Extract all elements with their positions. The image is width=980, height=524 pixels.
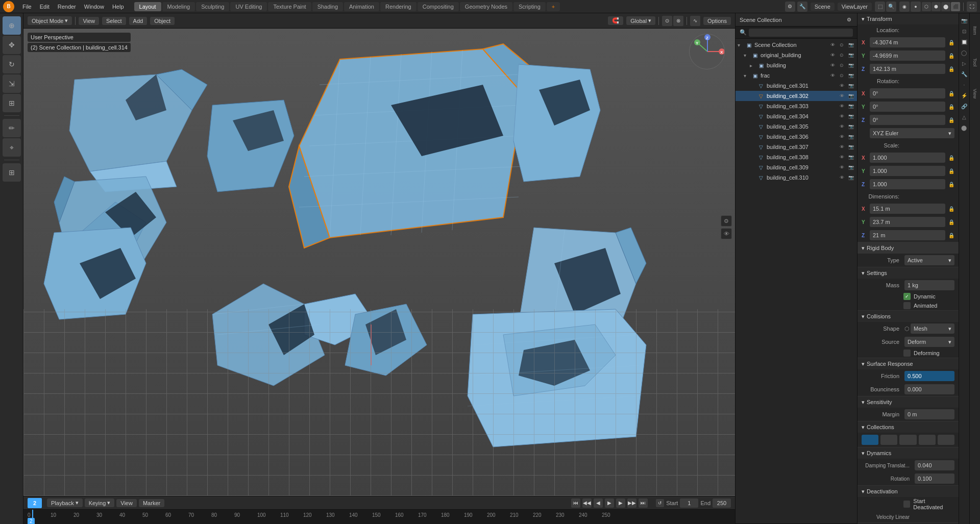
prop-icon-world[interactable]: ◯: [959, 47, 969, 58]
rot-x-lock[interactable]: 🔒: [948, 91, 954, 96]
outliner-cell-306[interactable]: ▽ building_cell.306 👁 📷: [736, 132, 857, 142]
dim-z-value[interactable]: 21 m: [870, 230, 945, 240]
tool-rotate[interactable]: ↻: [3, 55, 21, 73]
options-btn[interactable]: Options: [703, 17, 731, 25]
surface-response-header[interactable]: ▾ Surface Response: [857, 358, 959, 369]
rot-z-value[interactable]: 0°: [870, 115, 945, 125]
tab-compositing[interactable]: Compositing: [418, 2, 459, 11]
deforming-checkbox[interactable]: [903, 350, 911, 357]
scale-x-value[interactable]: 1.000: [870, 153, 945, 163]
vp-tools-btn[interactable]: ⚙: [721, 215, 732, 227]
timeline-marker-menu[interactable]: Marker: [139, 499, 164, 507]
prop-icon-scene2[interactable]: 🔲: [959, 37, 969, 47]
rot-x-value[interactable]: 0°: [870, 88, 945, 98]
collisions-header[interactable]: ▾ Collisions: [857, 311, 959, 322]
prop-icon-object[interactable]: ▷: [959, 58, 969, 68]
snap-icon-2[interactable]: ⊗: [673, 16, 683, 26]
building-vis-render[interactable]: 📷: [847, 61, 855, 69]
frac-vis-hide[interactable]: ⊙: [838, 71, 846, 80]
outliner-filter-btn[interactable]: ⚙: [845, 16, 853, 24]
collections-header[interactable]: ▾ Collections: [857, 421, 959, 433]
source-dropdown[interactable]: Deform ▾: [904, 337, 954, 347]
rot-z-lock[interactable]: 🔒: [948, 117, 954, 123]
settings-header[interactable]: ▾ Settings: [857, 267, 959, 279]
cell-309-cam[interactable]: 📷: [847, 163, 855, 171]
topbar-icon-1[interactable]: ⚙: [785, 2, 795, 12]
tab-modeling[interactable]: Modeling: [162, 2, 195, 11]
cell-310-eye[interactable]: 👁: [838, 173, 846, 182]
menu-file[interactable]: File: [18, 2, 36, 11]
topbar-overlay-btn[interactable]: ◉: [899, 2, 910, 12]
cell-304-cam[interactable]: 📷: [847, 112, 855, 120]
side-item-label[interactable]: Item: [970, 15, 979, 46]
tool-move[interactable]: ✥: [3, 36, 21, 54]
next-key-btn[interactable]: ▶▶: [627, 498, 636, 508]
cell-308-cam[interactable]: 📷: [847, 153, 855, 161]
rigid-body-header[interactable]: ▾ Rigid Body: [857, 242, 959, 254]
cell-306-cam[interactable]: 📷: [847, 133, 855, 141]
shade-material[interactable]: ⬤: [941, 2, 950, 11]
nav-widget[interactable]: X Y Z: [689, 34, 725, 69]
cell-310-cam[interactable]: 📷: [847, 173, 855, 182]
viewport-mode-btn[interactable]: Object Mode ▾: [28, 16, 72, 25]
dim-z-lock[interactable]: 🔒: [948, 233, 954, 238]
shade-solid[interactable]: ⬢: [932, 2, 941, 11]
collection-btn-5[interactable]: [938, 435, 954, 445]
animated-checkbox[interactable]: [903, 302, 911, 309]
topbar-shade-btn[interactable]: ●: [911, 2, 921, 12]
dynamic-checkbox[interactable]: ✓: [903, 293, 911, 300]
fullscreen-btn[interactable]: ⛶: [967, 2, 977, 12]
snap-icon-1[interactable]: ⊙: [662, 16, 672, 26]
tab-add[interactable]: +: [547, 2, 560, 11]
cell-306-eye[interactable]: 👁: [838, 133, 846, 141]
scale-x-lock[interactable]: 🔒: [948, 155, 954, 161]
transform-header[interactable]: ▾ Transform: [857, 13, 959, 24]
prev-key-btn[interactable]: ◀◀: [582, 498, 592, 508]
jump-end-btn[interactable]: ⏭: [639, 498, 648, 508]
tab-rendering[interactable]: Rendering: [380, 2, 416, 11]
outliner-building[interactable]: ▸ ▣ building 👁 ⊙ 📷: [736, 60, 857, 70]
viewport-object-btn[interactable]: Object: [150, 17, 175, 25]
cell-305-cam[interactable]: 📷: [847, 122, 855, 131]
outliner-search-input[interactable]: [749, 29, 853, 37]
tool-transform[interactable]: ⊞: [3, 94, 21, 112]
tab-scripting[interactable]: Scripting: [513, 2, 546, 11]
playback-menu[interactable]: Playback ▾: [47, 498, 83, 507]
cell-303-eye[interactable]: 👁: [838, 102, 846, 110]
cell-303-cam[interactable]: 📷: [847, 102, 855, 110]
cell-304-eye[interactable]: 👁: [838, 112, 846, 120]
tab-layout[interactable]: Layout: [134, 2, 161, 11]
margin-value[interactable]: 0 m: [904, 409, 954, 419]
building-vis-hide[interactable]: ⊙: [838, 61, 846, 69]
tab-uv-editing[interactable]: UV Editing: [230, 2, 267, 11]
topbar-search[interactable]: 🔍: [886, 2, 896, 12]
mass-value[interactable]: 1 kg: [904, 280, 954, 290]
scene-selector[interactable]: Scene: [811, 3, 835, 11]
tab-animation[interactable]: Animation: [344, 2, 379, 11]
scale-z-lock[interactable]: 🔒: [948, 182, 954, 187]
nav-circle[interactable]: X Y Z: [689, 34, 725, 69]
viewport-canvas[interactable]: User Perspective (2) Scene Collection | …: [23, 29, 735, 496]
start-frame-input[interactable]: 1: [680, 498, 698, 508]
damping-translat-value[interactable]: 0.040: [915, 460, 954, 470]
frac-vis-render[interactable]: 📷: [847, 71, 855, 80]
frac-vis-eye[interactable]: 👁: [828, 71, 837, 80]
topbar-icon-2[interactable]: 🔧: [797, 2, 807, 12]
scale-z-value[interactable]: 1.000: [870, 179, 945, 189]
snap-btn[interactable]: 🧲: [608, 16, 623, 25]
cell-302-cam[interactable]: 📷: [847, 92, 855, 100]
orig-vis-render[interactable]: 📷: [847, 51, 855, 59]
prop-edit-btn[interactable]: ∿: [690, 16, 700, 26]
scale-y-value[interactable]: 1.000: [870, 166, 945, 176]
orientation-btn[interactable]: Global ▾: [626, 16, 655, 25]
collection-btn-2[interactable]: [880, 435, 897, 445]
outliner-cell-302[interactable]: ▽ building_cell.302 👁 📷: [736, 91, 857, 101]
loop-btn[interactable]: ↺: [656, 499, 664, 507]
topbar-icon-3[interactable]: ⬚: [875, 2, 885, 12]
type-dropdown[interactable]: Active ▾: [904, 255, 954, 265]
tab-shading[interactable]: Shading: [312, 2, 343, 11]
outliner-frac[interactable]: ▾ ▣ frac 👁 ⊙ 📷: [736, 70, 857, 81]
side-tool-label[interactable]: Tool: [970, 47, 979, 78]
outliner-cell-301[interactable]: ▽ building_cell.301 👁 📷: [736, 81, 857, 91]
bounciness-value[interactable]: 0.000: [904, 384, 954, 394]
